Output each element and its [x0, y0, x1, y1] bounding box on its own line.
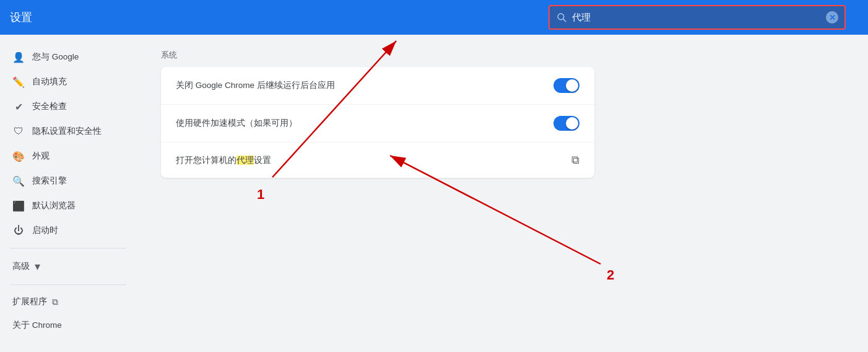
header: 设置 ✕	[0, 0, 868, 35]
content-area: 系统 关闭 Google Chrome 后继续运行后台应用 使用硬件加速模式（如…	[136, 35, 868, 352]
proxy-label-highlight: 代理	[237, 156, 254, 165]
person-icon: 👤	[12, 51, 25, 63]
browser-icon: ⬛	[12, 200, 25, 212]
sidebar-label-google: 您与 Google	[32, 51, 79, 63]
hardware-accel-label: 使用硬件加速模式（如果可用）	[176, 118, 553, 129]
search-clear-button[interactable]: ✕	[826, 11, 838, 24]
sidebar-item-browser[interactable]: ⬛ 默认浏览器	[0, 193, 136, 218]
sidebar-label-privacy: 隐私设置和安全性	[32, 126, 102, 137]
hardware-accel-row: 使用硬件加速模式（如果可用）	[161, 105, 594, 143]
sidebar-label-advanced: 高级	[12, 261, 30, 272]
background-apps-toggle[interactable]	[553, 78, 579, 93]
search-icon	[556, 12, 567, 23]
toggle-knob	[566, 79, 578, 92]
hardware-accel-toggle[interactable]	[553, 116, 579, 131]
section-title: 系统	[161, 50, 843, 61]
sidebar-divider-2	[10, 284, 126, 285]
toggle-knob-2	[566, 117, 578, 130]
sidebar-item-advanced[interactable]: 高级 ▾	[0, 253, 136, 279]
sidebar-label-startup: 启动时	[32, 225, 58, 236]
sidebar-label-safety: 安全检查	[32, 101, 67, 112]
proxy-label: 打开您计算机的代理设置	[176, 155, 571, 166]
sidebar-label-extensions: 扩展程序	[12, 296, 47, 307]
autofill-icon: ✏️	[12, 76, 25, 88]
appearance-icon: 🎨	[12, 150, 25, 162]
svg-text:2: 2	[607, 267, 614, 283]
search-input[interactable]	[572, 12, 821, 23]
sidebar-item-about[interactable]: 关于 Chrome	[0, 314, 136, 337]
sidebar-item-startup[interactable]: ⏻ 启动时	[0, 218, 136, 243]
sidebar-item-autofill[interactable]: ✏️ 自动填充	[0, 69, 136, 94]
main-layout: 👤 您与 Google ✏️ 自动填充 ✔ 安全检查 🛡 隐私设置和安全性 🎨 …	[0, 35, 868, 352]
proxy-label-before: 打开您计算机的	[176, 156, 237, 165]
background-apps-label: 关闭 Google Chrome 后继续运行后台应用	[176, 80, 553, 91]
open-external-icon[interactable]: ⧉	[571, 154, 579, 167]
sidebar-item-appearance[interactable]: 🎨 外观	[0, 144, 136, 169]
search-box: ✕	[549, 5, 846, 30]
settings-card: 关闭 Google Chrome 后继续运行后台应用 使用硬件加速模式（如果可用…	[161, 67, 594, 178]
sidebar-label-search: 搜索引擎	[32, 175, 67, 187]
safety-icon: ✔	[12, 100, 25, 113]
privacy-icon: 🛡	[12, 125, 25, 138]
sidebar-label-appearance: 外观	[32, 151, 50, 162]
proxy-label-after: 设置	[254, 156, 271, 165]
page-title: 设置	[10, 10, 32, 25]
sidebar-item-privacy[interactable]: 🛡 隐私设置和安全性	[0, 119, 136, 144]
sidebar-label-about: 关于 Chrome	[12, 320, 62, 330]
startup-icon: ⏻	[12, 224, 25, 237]
sidebar-item-extensions[interactable]: 扩展程序 ⧉	[0, 290, 136, 314]
external-link-icon: ⧉	[52, 297, 58, 307]
sidebar-label-browser: 默认浏览器	[32, 200, 76, 211]
background-apps-row: 关闭 Google Chrome 后继续运行后台应用	[161, 67, 594, 105]
sidebar-item-search[interactable]: 🔍 搜索引擎	[0, 169, 136, 193]
sidebar-item-google[interactable]: 👤 您与 Google	[0, 45, 136, 69]
proxy-row[interactable]: 打开您计算机的代理设置 ⧉	[161, 143, 594, 178]
svg-text:1: 1	[257, 187, 264, 202]
sidebar-item-safety[interactable]: ✔ 安全检查	[0, 94, 136, 119]
search-engine-icon: 🔍	[12, 175, 25, 187]
sidebar-divider	[10, 248, 126, 249]
search-wrapper: ✕	[549, 5, 846, 30]
chevron-down-icon: ▾	[35, 260, 40, 273]
svg-line-1	[563, 19, 566, 22]
sidebar-label-autofill: 自动填充	[32, 76, 67, 87]
sidebar: 👤 您与 Google ✏️ 自动填充 ✔ 安全检查 🛡 隐私设置和安全性 🎨 …	[0, 35, 136, 352]
